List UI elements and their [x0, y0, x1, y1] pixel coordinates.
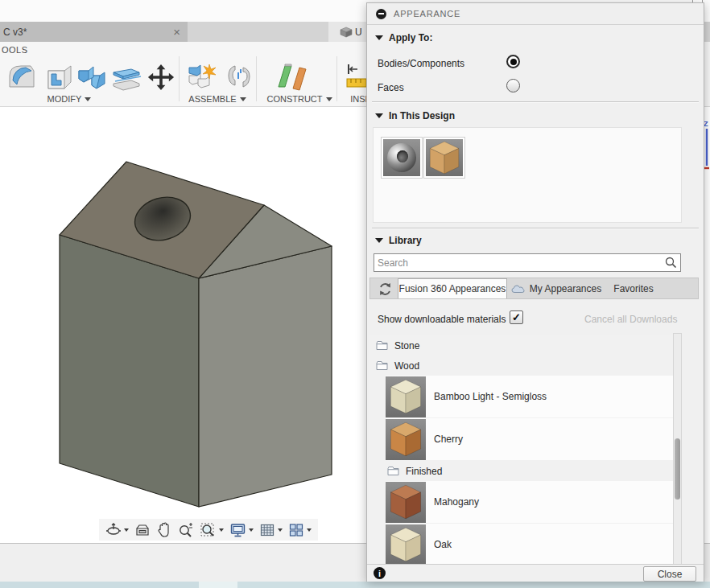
fusion360-window: C v3* × U OOLS [0, 0, 710, 588]
materials-scrollbar[interactable] [673, 333, 682, 565]
cloud-icon [511, 284, 525, 294]
materials-list: Stone Wood Bamboo Light - Semigloss [369, 335, 674, 564]
model-body[interactable] [0, 107, 367, 543]
library-item-cherry[interactable]: Cherry [386, 418, 674, 460]
assemble-group-dropdown[interactable]: ASSEMBLE [181, 94, 254, 104]
info-icon[interactable]: i [374, 567, 386, 579]
origin-axis-indicator: Z [704, 119, 710, 175]
dialog-title: APPEARANCE [394, 9, 460, 19]
show-downloadable-label: Show downloadable materials [378, 314, 506, 325]
timeline-strip-segment [199, 582, 237, 588]
document-tab-untitled[interactable]: U [328, 22, 366, 42]
construct-plane-icon[interactable] [274, 63, 312, 93]
display-settings-icon [229, 522, 246, 538]
bodies-components-radio[interactable] [506, 55, 520, 68]
library-item-oak[interactable]: Oak [386, 524, 674, 564]
dialog-grip-icon[interactable] [376, 9, 386, 19]
chevron-down-icon [249, 528, 254, 532]
ribbon-separator [256, 56, 257, 101]
applied-appearance-wood[interactable] [424, 138, 464, 178]
ribbon-separator [336, 56, 337, 101]
tab-favorites[interactable]: Favorites [605, 278, 662, 298]
fillet-icon[interactable] [6, 63, 37, 92]
zoom-button[interactable] [177, 522, 194, 538]
bodies-components-label: Bodies/Components [378, 58, 464, 69]
shell-icon[interactable] [43, 63, 74, 92]
folder-icon [376, 340, 388, 351]
apply-to-section-header[interactable]: Apply To: [375, 32, 432, 43]
show-downloadable-checkbox[interactable]: ✓ [510, 310, 523, 324]
joint-icon[interactable] [225, 63, 253, 92]
grid-display-button[interactable] [259, 522, 283, 538]
tab-my-appearances[interactable]: My Appearances [509, 278, 604, 298]
search-icon [665, 257, 677, 269]
zoom-window-button[interactable] [200, 522, 224, 538]
document-tab[interactable]: C v3* × [0, 22, 188, 42]
appearance-dialog-header[interactable]: APPEARANCE [367, 3, 704, 25]
appearance-dialog: APPEARANCE Apply To: Bodies/Components F… [366, 2, 704, 582]
measure-icon[interactable] [346, 63, 366, 93]
collapse-triangle-icon [375, 35, 383, 40]
applied-appearance-chrome[interactable] [382, 138, 422, 178]
cube-icon [340, 27, 353, 38]
look-at-button[interactable] [134, 522, 151, 538]
modify-group-dropdown[interactable]: MODIFY [37, 94, 101, 104]
construct-group-dropdown[interactable]: CONSTRUCT [263, 94, 336, 104]
scrollbar-thumb[interactable] [675, 438, 680, 500]
cancel-all-downloads-link[interactable]: Cancel all Downloads [584, 314, 677, 325]
library-folder-stone[interactable]: Stone [369, 335, 674, 356]
viewports-icon [288, 522, 304, 538]
zoom-icon [177, 522, 194, 538]
in-this-design-swatches [373, 127, 682, 223]
chevron-down-icon [326, 97, 332, 101]
folder-icon [387, 466, 399, 476]
chevron-down-icon [278, 528, 283, 532]
refresh-button[interactable] [375, 281, 394, 297]
ribbon-separator [179, 56, 180, 101]
split-body-icon[interactable] [110, 63, 142, 92]
material-thumbnail [386, 376, 426, 417]
ribbon-tab-label[interactable]: OOLS [2, 45, 28, 55]
chevron-down-icon [124, 528, 129, 532]
timeline-strip-segment [0, 582, 199, 588]
timeline-strip-segment [237, 582, 710, 588]
library-item-bamboo[interactable]: Bamboo Light - Semigloss [386, 376, 674, 417]
timeline-strip[interactable] [0, 582, 710, 588]
wood-cube-thumbnail [388, 378, 423, 415]
faces-label: Faces [378, 82, 404, 93]
model-left-wall [60, 235, 199, 507]
wood-cube-thumbnail [388, 526, 423, 563]
move-icon[interactable] [147, 63, 175, 92]
chevron-down-icon [240, 97, 246, 101]
library-folder-wood[interactable]: Wood [369, 356, 674, 376]
wood-cube-thumbnail [388, 483, 423, 520]
collapse-triangle-icon [375, 238, 383, 243]
material-thumbnail [386, 482, 426, 523]
grid-icon [259, 522, 275, 538]
search-input[interactable] [374, 253, 681, 272]
folder-icon [376, 360, 388, 371]
wood-cube-thumbnail [427, 140, 461, 175]
tab-close-icon[interactable]: × [171, 26, 183, 38]
refresh-icon [378, 282, 392, 296]
combine-icon[interactable] [77, 63, 106, 92]
chevron-down-icon [307, 528, 312, 532]
orbit-button[interactable] [105, 522, 129, 538]
library-item-mahogany[interactable]: Mahogany [386, 481, 674, 523]
viewports-button[interactable] [288, 522, 312, 538]
in-this-design-section-header[interactable]: In This Design [375, 110, 455, 121]
new-component-icon[interactable] [187, 63, 217, 92]
document-tab2-title: U [355, 27, 362, 38]
display-settings-button[interactable] [229, 522, 254, 538]
library-folder-finished[interactable]: Finished [369, 461, 674, 481]
faces-radio[interactable] [506, 79, 520, 93]
library-section-header[interactable]: Library [375, 235, 422, 246]
view-navigation-bar [99, 519, 318, 541]
document-tab-title: C v3* [3, 27, 171, 38]
close-button[interactable]: Close [643, 566, 696, 582]
library-search [374, 253, 681, 272]
pan-button[interactable] [156, 522, 171, 538]
tab-fusion-appearances[interactable]: Fusion 360 Appearances [398, 278, 507, 298]
collapse-triangle-icon [375, 113, 383, 118]
orbit-icon [105, 522, 122, 538]
